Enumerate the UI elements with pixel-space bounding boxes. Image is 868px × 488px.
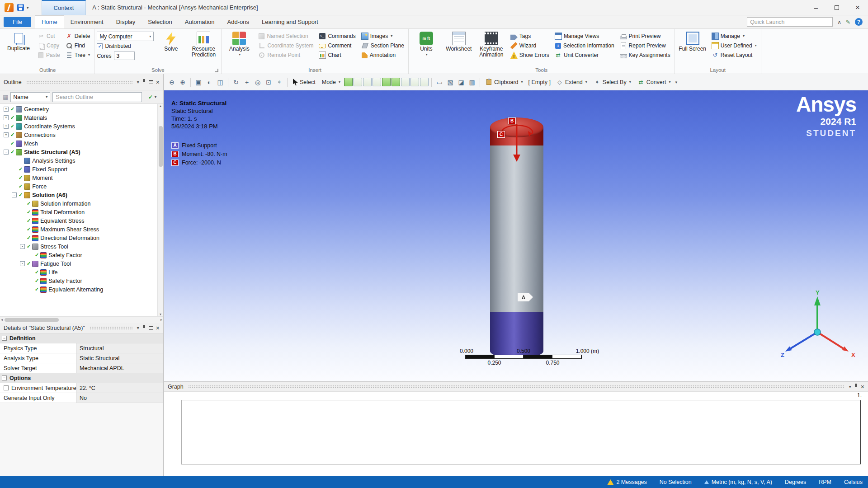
filter-check-dropdown[interactable]: ✓▾	[144, 92, 160, 102]
tab-learning-and-support[interactable]: Learning and Support	[255, 15, 325, 28]
tree-item-safety-factor[interactable]: ✓Safety Factor	[1, 251, 157, 259]
user-defined-button[interactable]: User Defined▾	[710, 41, 759, 50]
commands-button[interactable]: Commands	[317, 32, 357, 41]
select-lasso-icon[interactable]	[401, 78, 410, 86]
select-edge-icon[interactable]	[354, 78, 362, 86]
scroll-up-icon[interactable]: ▴	[160, 104, 161, 108]
tree-item-mesh[interactable]: ✓Mesh	[1, 139, 157, 148]
details-row-analysis-type[interactable]: Analysis TypeStatic Structural	[0, 353, 163, 363]
close-icon[interactable]: ×	[156, 79, 160, 86]
dialog-launcher-icon[interactable]	[215, 69, 218, 72]
images-button[interactable]: Images▾	[359, 32, 406, 41]
tree-item-equivalent-stress[interactable]: ✓Equivalent Stress	[1, 216, 157, 225]
tree-item-static-structural-a5[interactable]: -✓Static Structural (A5)	[1, 148, 157, 156]
duplicate-button[interactable]: Duplicate	[3, 30, 34, 52]
quick-launch-input[interactable]	[747, 17, 833, 27]
select-vertex-icon[interactable]	[344, 78, 353, 86]
select-by-dropdown[interactable]: ✦ Select By ▾	[591, 76, 634, 88]
tree-item-force[interactable]: ✓Force	[1, 182, 157, 191]
resource-prediction-button[interactable]: Resource Prediction	[188, 30, 219, 58]
select-box-icon[interactable]	[392, 78, 400, 86]
tree-expander-icon[interactable]: +	[4, 132, 9, 137]
tree-item-fixed-support[interactable]: ✓Fixed Support	[1, 165, 157, 174]
section-plane-button[interactable]: Section Plane	[359, 41, 406, 50]
scrollbar-thumb[interactable]	[5, 318, 59, 322]
tree-item-fatigue-tool[interactable]: -✓Fatigue Tool	[1, 259, 157, 268]
float-icon[interactable]	[149, 326, 153, 330]
key-assignments-button[interactable]: Key Assignments	[618, 51, 672, 60]
unit-converter-button[interactable]: ⇄Unit Converter	[553, 51, 616, 60]
tree-item-directional-deformation[interactable]: ✓Directional Deformation	[1, 234, 157, 242]
scrollbar-thumb[interactable]	[159, 126, 163, 167]
tree-expander-icon[interactable]: -	[20, 261, 25, 266]
delete-button[interactable]: ✗Delete	[64, 32, 92, 41]
tree-expander-icon[interactable]: +	[4, 115, 9, 120]
panel-menu-icon[interactable]: ▾	[137, 326, 139, 330]
tree-item-life[interactable]: ✓Life	[1, 268, 157, 277]
panel-drag-handle[interactable]	[90, 326, 132, 330]
keyframe-animation-button[interactable]: Keyframe Animation	[476, 30, 507, 58]
tree-item-moment[interactable]: ✓Moment	[1, 174, 157, 182]
rotation-unit-status[interactable]: RPM	[819, 479, 831, 485]
save-icon[interactable]	[17, 4, 24, 11]
zoom-to-fit-icon[interactable]: ◎	[253, 77, 263, 88]
context-tab[interactable]: Context	[42, 0, 86, 15]
convert-dropdown[interactable]: ⇄ Convert ▾	[635, 76, 674, 88]
model-cylinder[interactable]: B C	[490, 117, 543, 358]
tab-display[interactable]: Display	[110, 15, 142, 28]
help-icon[interactable]: ?	[855, 18, 863, 26]
tree-horizontal-scrollbar[interactable]: ◂ ▸	[0, 316, 163, 323]
scroll-down-icon[interactable]: ▾	[160, 312, 161, 316]
tree-item-materials[interactable]: +✓Materials	[1, 113, 157, 122]
tree-item-solution-information[interactable]: ✓Solution Information	[1, 199, 157, 208]
isometric-view-icon[interactable]: ▣	[193, 77, 203, 88]
scroll-left-icon[interactable]: ◂	[1, 318, 3, 322]
zoom-out-icon[interactable]: ⊖	[167, 77, 177, 88]
mode-dropdown[interactable]: Mode ▾	[319, 76, 343, 88]
clipboard-dropdown[interactable]: Clipboard ▾	[483, 76, 526, 88]
show-vertices-icon[interactable]: ▭	[434, 77, 444, 88]
selection-information-button[interactable]: Selection Information	[553, 41, 616, 50]
tags-button[interactable]: Tags	[509, 32, 551, 41]
tree-item-solution-a6[interactable]: -✓Solution (A6)	[1, 191, 157, 199]
tab-environment[interactable]: Environment	[64, 15, 110, 28]
tree-item-connections[interactable]: +✓Connections	[1, 131, 157, 139]
shaded-view-icon[interactable]: ◐	[204, 77, 214, 88]
tab-home[interactable]: Home	[35, 15, 64, 28]
wireframe-icon[interactable]: ◪	[456, 77, 466, 88]
details-row-solver-target[interactable]: Solver TargetMechanical APDL	[0, 363, 163, 373]
tree-item-equivalent-alternating[interactable]: ✓Equivalent Alternating	[1, 285, 157, 294]
find-button[interactable]: Find	[64, 41, 92, 50]
tab-file[interactable]: File	[4, 17, 31, 27]
collapse-icon[interactable]: −	[2, 375, 7, 380]
tree-expander-icon[interactable]: -	[12, 192, 17, 197]
orientation-triad[interactable]: Y X Z	[779, 289, 860, 371]
reset-layout-button[interactable]: ↺Reset Layout	[710, 51, 759, 60]
panel-drag-handle[interactable]	[26, 80, 132, 84]
close-icon[interactable]: ×	[156, 324, 160, 332]
minimize-button[interactable]: –	[806, 0, 826, 15]
manage-views-button[interactable]: Manage Views	[553, 32, 616, 41]
search-outline-input[interactable]	[52, 92, 142, 102]
collapse-icon[interactable]: −	[2, 336, 7, 341]
tab-selection[interactable]: Selection	[142, 15, 178, 28]
feedback-icon[interactable]: ✎	[846, 19, 850, 25]
rotate-icon[interactable]: ↻	[231, 77, 241, 88]
details-section-options[interactable]: −Options	[0, 373, 163, 383]
solve-button[interactable]: Solve	[156, 30, 186, 52]
tab-automation[interactable]: Automation	[179, 15, 221, 28]
details-section-definition[interactable]: −Definition	[0, 333, 163, 343]
toolbar-overflow-icon[interactable]: ▾	[675, 80, 677, 84]
wizard-button[interactable]: Wizard	[509, 41, 551, 50]
solve-handler-select[interactable]: My Computer▾	[97, 32, 154, 41]
name-filter-select[interactable]: Name ▾	[10, 92, 50, 102]
panel-drag-handle[interactable]	[188, 385, 844, 389]
viewport-layout-icon[interactable]: ◫	[215, 77, 225, 88]
scroll-right-icon[interactable]: ▸	[160, 318, 162, 322]
tree-expander-icon[interactable]: +	[4, 124, 9, 129]
tree-item-total-deformation[interactable]: ✓Total Deformation	[1, 208, 157, 216]
distributed-checkbox[interactable]: ✓Distributed	[97, 42, 154, 51]
graph-plot-area[interactable]	[181, 400, 861, 465]
tree-button[interactable]: Tree▾	[64, 51, 92, 60]
viewport[interactable]: A: Static StructuralStatic StructuralTim…	[164, 90, 868, 381]
